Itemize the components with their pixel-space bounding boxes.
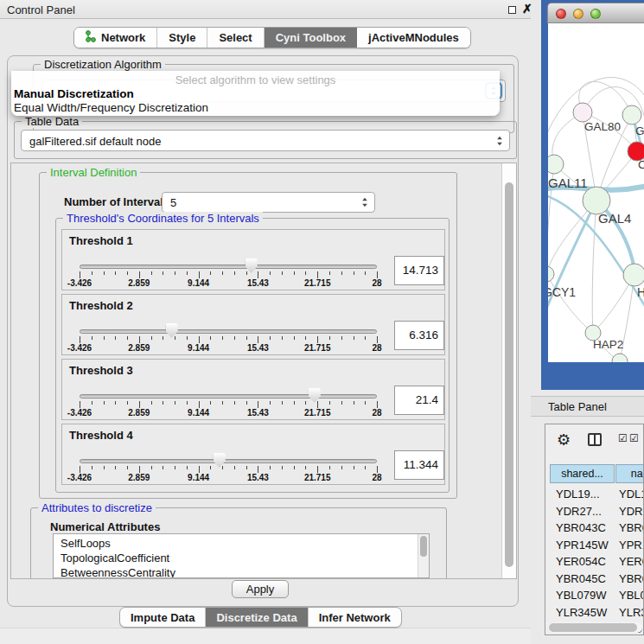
thresholds-group: Threshold's Coordinates for 5 Intervals … [55,218,450,493]
tab-cyni-toolbox[interactable]: Cyni Toolbox [265,28,357,48]
bottom-tabbar: Impute Data Discretize Data Infer Networ… [119,607,402,628]
table-cell-name[interactable]: YDR2 [619,503,644,520]
table-data-select[interactable]: galFiltered.sif default node [21,130,510,151]
tab-discretize-data[interactable]: Discretize Data [206,608,308,627]
table-cell-name[interactable]: YDL1 [619,486,644,503]
network-node[interactable] [622,105,641,124]
tick-mark [187,401,188,405]
tab-impute-data[interactable]: Impute Data [120,608,206,627]
table-cell-shared-name[interactable]: YBR043C [556,520,615,537]
tab-infer-network[interactable]: Infer Network [309,608,401,627]
column-layout-icon[interactable] [588,433,602,446]
threshold-value-field[interactable]: 6.316 [394,321,444,350]
node-label: GAL80 [584,120,621,133]
tick-mark [377,336,378,343]
tick-mark [139,271,140,278]
horizontal-scrollbar-thumb[interactable] [549,623,637,632]
tick-mark [365,271,366,275]
table-panel-header: Table Panel [531,396,644,417]
close-traffic-light-icon[interactable] [556,9,566,19]
checkbox-select-all-icon[interactable]: ☑ [629,432,639,444]
dropdown-option-manual-discretization[interactable]: Manual Discretization [14,87,134,100]
tick-mark [305,336,306,340]
attribute-list-item[interactable]: TopologicalCoefficient [54,551,429,565]
network-node[interactable] [612,354,628,362]
table-toolbar: ⚙ ☑ ☑ [545,424,643,459]
threshold-value-field[interactable]: 11.344 [394,450,444,480]
network-window-titlebar[interactable] [547,3,644,23]
tick-mark [175,466,175,469]
tick-mark [210,271,211,275]
tick-mark [354,466,354,469]
tab-network[interactable]: Network [74,28,157,48]
network-node[interactable] [548,266,554,282]
table-cell-name[interactable]: YPR1 [619,537,644,554]
checkbox-select-icon[interactable]: ☑ [618,432,628,444]
vertical-scrollbar-thumb[interactable] [505,182,513,567]
threshold-panel-3: Threshold 3-3.4262.8599.14415.4321.71528… [61,359,445,420]
network-node[interactable] [623,264,644,286]
tab-select[interactable]: Select [207,28,264,48]
slider-track[interactable] [80,329,377,334]
tick-mark [341,401,342,405]
dropdown-hint-option[interactable]: Select algorithm to view settings [11,73,500,86]
threshold-value-field[interactable]: 14.713 [394,256,444,285]
network-node[interactable] [573,103,592,122]
tick-mark [377,466,378,473]
tab-jactivemnodules[interactable]: jActiveMNodules [357,28,470,48]
table-cell-shared-name[interactable]: YER054C [556,553,615,571]
column-header-shared-name[interactable]: shared... [550,464,615,483]
vertical-scrollbar[interactable] [501,163,516,578]
slider-track[interactable] [80,394,377,399]
tick-mark [365,466,366,469]
zoom-traffic-light-icon[interactable] [590,9,601,19]
number-of-intervals-value: 5 [170,196,176,209]
attribute-list-item[interactable]: SelfLoops [54,536,429,551]
tick-mark [92,336,92,340]
slider-track[interactable] [80,265,377,269]
table-cell-name[interactable]: YBL0 [619,587,644,604]
close-icon[interactable]: ✗ [522,2,532,16]
threshold-value-field[interactable]: 21.4 [394,386,444,415]
minimize-traffic-light-icon[interactable] [573,9,583,19]
table-cell-shared-name[interactable]: YLR345W [556,604,615,622]
number-of-intervals-stepper-icon[interactable] [359,195,370,209]
number-of-intervals-select[interactable]: 5 [162,192,375,213]
tick-mark [115,271,116,275]
tick-mark [354,271,354,275]
table-cell-shared-name[interactable]: YBR045C [556,571,615,588]
tab-style[interactable]: Style [157,28,207,48]
node-label: C [638,158,644,171]
table-cell-shared-name[interactable]: YPR145W [556,537,615,554]
attribute-list-item[interactable]: BetweennessCentrality [54,565,429,578]
gear-icon[interactable]: ⚙ [557,430,571,450]
table-cell-name[interactable]: YBR0 [619,571,644,588]
slider-track[interactable] [80,459,377,463]
network-node[interactable] [548,155,564,174]
list-scrollbar[interactable] [418,534,429,577]
tick-mark [115,401,116,405]
apply-button[interactable]: Apply [232,580,289,598]
tick-mark [139,401,140,408]
tick-mark [234,271,235,275]
column-header-name[interactable]: na... [615,464,644,483]
dropdown-option-equal-width-frequency[interactable]: Equal Width/Frequency Discretization [14,101,208,114]
tab-network-label: Network [101,31,145,44]
table-cell-shared-name[interactable]: YDL19... [556,486,615,503]
tick-label: 15.43 [232,343,284,353]
tick-label: 9.144 [173,408,225,418]
tick-mark [115,336,116,340]
table-cell-name[interactable]: YLR3 [619,604,644,622]
tick-mark [282,466,283,469]
table-cell-shared-name[interactable]: YBL079W [556,587,615,604]
horizontal-scrollbar[interactable] [548,622,642,633]
numerical-attributes-list[interactable]: SelfLoopsTopologicalCoefficientBetweenne… [53,533,430,578]
interval-definition-group: Interval Definition Number of Intervals … [39,172,457,499]
table-data-stepper-icon[interactable] [494,134,505,148]
float-window-icon[interactable] [508,6,516,14]
list-scrollbar-thumb[interactable] [420,536,427,557]
network-canvas[interactable]: GAL80GACGAL11GAL4GCY1HHAP2 [548,23,644,362]
table-cell-name[interactable]: YER0 [619,553,644,571]
table-cell-shared-name[interactable]: YDR27... [556,503,615,520]
table-cell-name[interactable]: YBR0 [619,520,644,537]
